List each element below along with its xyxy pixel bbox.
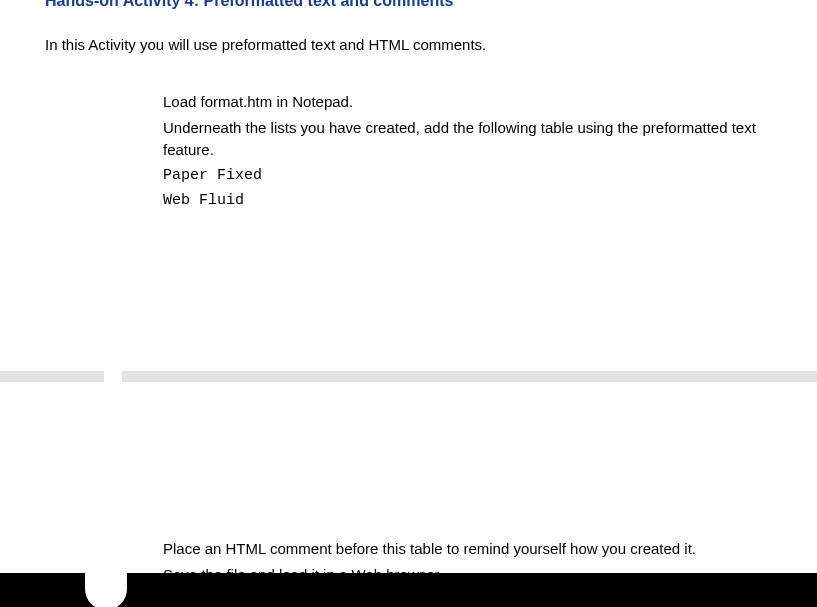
activity-heading: Hands-on Activity 4: Preformatted text a… (0, 0, 817, 10)
code-line: Paper Fixed (163, 164, 797, 189)
divider-right (122, 371, 817, 382)
spacer (0, 214, 817, 394)
step-item: Underneath the lists you have created, a… (163, 117, 797, 161)
step-item: Load format.htm in Notepad. (163, 91, 797, 113)
code-line: Web Fluid (163, 189, 797, 214)
code-block: Paper Fixed Web Fluid (163, 164, 797, 214)
footer-notch (85, 570, 127, 607)
steps-group-1: Load format.htm in Notepad. Underneath t… (0, 91, 817, 214)
step-item: Place an HTML comment before this table … (163, 538, 811, 560)
activity-intro: In this Activity you will use preformatt… (0, 36, 817, 53)
divider-left (0, 371, 104, 382)
